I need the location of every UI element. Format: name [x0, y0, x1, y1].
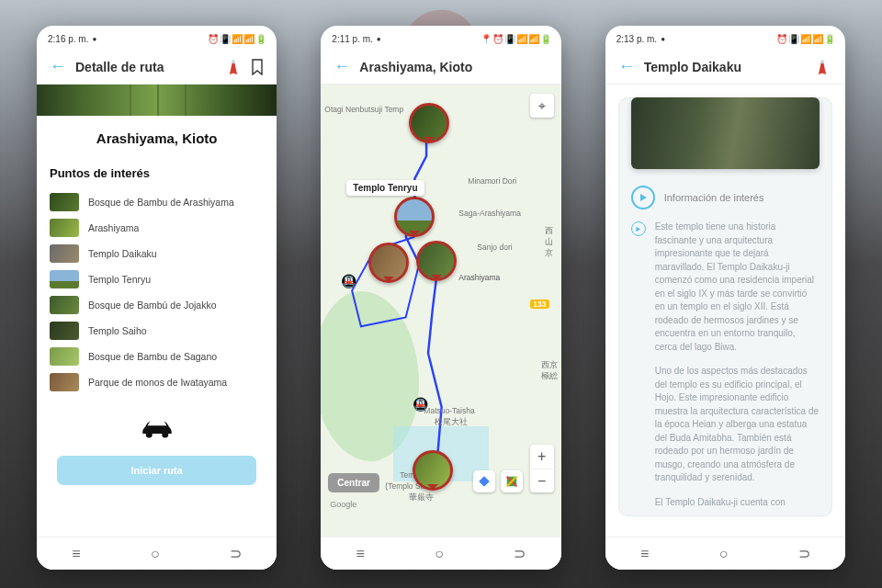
- android-navbar: ≡ ○ ⊃: [605, 537, 845, 570]
- nav-back-icon[interactable]: ⊃: [514, 545, 526, 562]
- poi-item[interactable]: Templo Saiho: [50, 318, 264, 344]
- status-icons: ⏰ 📳 📶 📶 🔋: [209, 34, 266, 43]
- back-arrow-icon[interactable]: ←: [50, 57, 66, 76]
- poi-detail-card: Información de interés Este templo tiene…: [618, 97, 832, 516]
- wifi-icon: 📶: [517, 34, 526, 43]
- nav-menu-icon[interactable]: ≡: [356, 546, 365, 562]
- status-bar: 2:11 p. m. ● 📍 ⏰ 📳 📶 📶 🔋: [321, 26, 560, 51]
- location-icon: 📍: [481, 34, 491, 43]
- map-label-arashiyama: Arashiyama: [458, 273, 500, 282]
- battery-icon: 🔋: [825, 34, 834, 43]
- poi-thumb: [50, 347, 79, 366]
- nav-back-icon[interactable]: ⊃: [230, 545, 242, 562]
- vibrate-icon: 📳: [789, 34, 798, 43]
- nav-home-icon[interactable]: ○: [435, 546, 444, 562]
- poi-thumb: [50, 322, 79, 340]
- map-label-nishi: 西京極総: [541, 360, 560, 382]
- map-zoom-out-button[interactable]: −: [530, 469, 554, 492]
- status-dot-icon: ●: [661, 35, 665, 43]
- map-poi-transit-icon: 🚇: [413, 397, 428, 412]
- route-hero-image: [37, 85, 277, 116]
- map-center-button[interactable]: Centrar: [328, 473, 379, 492]
- app-header: ← Detalle de ruta: [37, 51, 277, 85]
- alarm-icon: ⏰: [777, 34, 786, 43]
- route-title: Arashiyama, Kioto: [37, 116, 277, 166]
- map-label-otagi: Otagi Nenbutsuji Temp: [324, 105, 403, 114]
- poi-item[interactable]: Templo Tenryu: [50, 266, 264, 292]
- poi-item[interactable]: Arashiyama: [50, 215, 264, 241]
- map-zoom-in-button[interactable]: +: [530, 445, 554, 469]
- poi-list: Bosque de Bambu de ArashiyamaArashiyamaT…: [37, 189, 277, 395]
- phone-route-detail: 2:16 p. m. ● ⏰ 📳 📶 📶 🔋 ← Detalle de ruta: [37, 26, 277, 570]
- phone-poi-detail: 2:13 p. m. ● ⏰ 📳 📶 📶 🔋 ← Templo Daikaku: [605, 26, 845, 570]
- vibrate-icon: 📳: [505, 34, 514, 43]
- poi-label: Templo Saiho: [88, 325, 147, 336]
- wifi-icon: 📶: [232, 34, 242, 43]
- map-label-nishiyama: 西山京: [545, 226, 560, 259]
- signal-icon: 📶: [529, 34, 538, 43]
- map-label-saga: Saga-Arashiyama: [458, 209, 521, 218]
- map-directions-icon[interactable]: [473, 470, 495, 492]
- map-label-matsuo-jp: 松尾大社: [435, 417, 468, 428]
- map-app-icon[interactable]: [501, 470, 523, 492]
- nav-back-icon[interactable]: ⊃: [798, 545, 810, 562]
- map-label-sanjo: Sanjo dori: [477, 243, 512, 252]
- map-pin[interactable]: [409, 103, 449, 143]
- status-icons: 📍 ⏰ 📳 📶 📶 🔋: [481, 34, 550, 43]
- nav-menu-icon[interactable]: ≡: [640, 546, 649, 562]
- header-title: Arashiyama, Kioto: [359, 60, 548, 74]
- signal-icon: 📶: [813, 34, 822, 43]
- poi-thumb: [50, 244, 79, 263]
- svg-point-3: [820, 60, 824, 63]
- poi-item[interactable]: Bosque de Bambú de Jojakko: [50, 292, 264, 318]
- status-bar: 2:16 p. m. ● ⏰ 📳 📶 📶 🔋: [37, 26, 277, 51]
- poi-label: Bosque de Bambu de Arashiyama: [88, 197, 234, 208]
- vibrate-icon: 📳: [220, 34, 230, 43]
- map-pin[interactable]: [413, 450, 453, 491]
- poi-label: Templo Daikaku: [88, 248, 157, 259]
- map-pin-callout[interactable]: Templo Tenryu: [346, 180, 424, 196]
- status-dot-icon: ●: [92, 35, 96, 43]
- map-zoom-controls: + −: [530, 445, 554, 492]
- status-icons: ⏰ 📳 📶 📶 🔋: [777, 34, 834, 43]
- audio-play-paragraph-button[interactable]: [631, 221, 646, 236]
- back-arrow-icon[interactable]: ←: [334, 57, 350, 76]
- poi-item[interactable]: Templo Daikaku: [50, 241, 264, 266]
- nav-home-icon[interactable]: ○: [719, 546, 729, 562]
- nav-home-icon[interactable]: ○: [151, 546, 160, 562]
- app-header: ← Arashiyama, Kioto: [321, 51, 560, 85]
- poi-thumb: [50, 193, 79, 211]
- status-bar: 2:13 p. m. ● ⏰ 📳 📶 📶 🔋: [605, 26, 845, 51]
- poi-description-p2: Uno de los aspectos más destacados del t…: [618, 361, 832, 492]
- alarm-icon: ⏰: [493, 34, 503, 43]
- svg-point-2: [162, 431, 168, 437]
- poi-hero-image: [631, 97, 820, 169]
- poi-item[interactable]: Parque de monos de Iwatayama: [50, 369, 264, 395]
- battery-icon: 🔋: [541, 34, 550, 43]
- svg-point-0: [232, 60, 235, 63]
- poi-label: Bosque de Bambu de Sagano: [88, 351, 217, 362]
- battery-icon: 🔋: [256, 34, 266, 43]
- poi-item[interactable]: Bosque de Bambu de Arashiyama: [50, 189, 264, 215]
- car-icon: [138, 428, 176, 444]
- map-poi-transit-icon: 🚇: [341, 274, 356, 288]
- app-header: ← Templo Daikaku: [605, 51, 845, 85]
- start-route-button[interactable]: Iniciar ruta: [57, 456, 256, 485]
- map-locate-button[interactable]: ⌖: [530, 94, 554, 118]
- nav-menu-icon[interactable]: ≡: [72, 546, 80, 562]
- map-canvas[interactable]: Otagi Nenbutsuji Temp Saga-Arashiyama Sa…: [321, 85, 560, 537]
- info-section-label: Información de interés: [664, 192, 764, 203]
- poi-thumb: [50, 219, 79, 237]
- map-pin[interactable]: [368, 243, 409, 283]
- map-route-badge-133: 133: [530, 300, 548, 309]
- audio-play-button[interactable]: [631, 186, 655, 209]
- header-title: Detalle de ruta: [75, 60, 214, 74]
- poi-label: Templo Tenryu: [88, 274, 151, 285]
- map-pin[interactable]: [416, 241, 457, 281]
- bookmark-icon[interactable]: [251, 59, 264, 75]
- map-pin[interactable]: [394, 197, 435, 237]
- poi-item[interactable]: Bosque de Bambu de Sagano: [50, 344, 264, 369]
- back-arrow-icon[interactable]: ←: [618, 57, 635, 76]
- poi-label: Arashiyama: [88, 222, 139, 233]
- poi-thumb: [50, 373, 79, 391]
